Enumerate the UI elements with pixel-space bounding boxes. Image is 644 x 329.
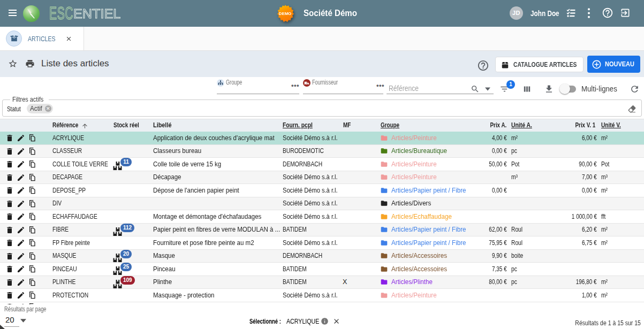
svg-text:DEMO: DEMO xyxy=(279,11,291,16)
